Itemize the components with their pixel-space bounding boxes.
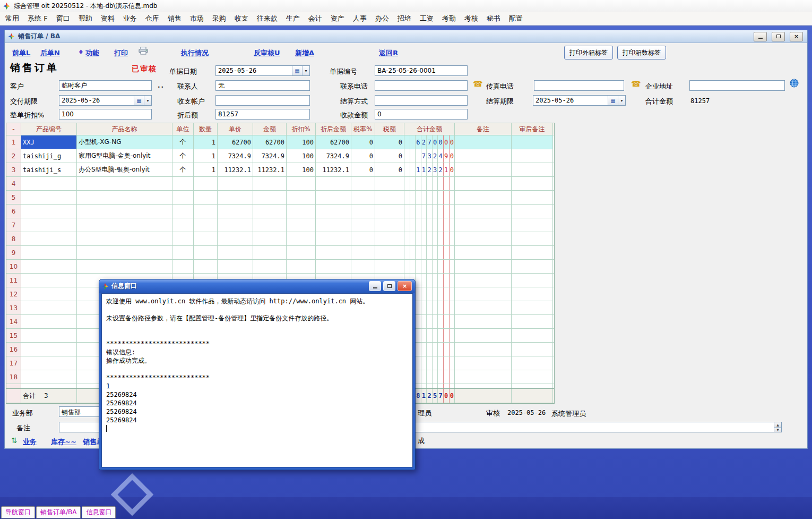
grid-cell[interactable]: 62700	[253, 135, 287, 149]
grid-cell[interactable]	[512, 260, 553, 273]
grid-cell[interactable]	[455, 356, 512, 370]
grid-cell[interactable]	[455, 177, 512, 190]
grid-cell[interactable]: 0	[351, 163, 375, 176]
grid-cell[interactable]	[375, 246, 404, 259]
grid-cell[interactable]	[21, 232, 77, 245]
grid-cell[interactable]: 个	[172, 149, 194, 163]
grid-cell[interactable]	[455, 149, 512, 163]
grid-cell[interactable]: 16	[6, 343, 21, 356]
grid-cell[interactable]	[218, 191, 253, 204]
menu-item[interactable]: 考核	[460, 12, 482, 25]
grid-cell[interactable]	[512, 356, 553, 370]
grid-cell[interactable]	[455, 343, 512, 356]
menu-item[interactable]: 市场	[186, 12, 208, 25]
table-row[interactable]: 10	[6, 260, 554, 274]
grid-cell[interactable]	[21, 301, 77, 314]
grid-cell[interactable]	[194, 177, 218, 190]
grid-cell[interactable]	[351, 177, 375, 190]
phone-input[interactable]	[375, 80, 468, 91]
grid-cell[interactable]	[512, 329, 553, 342]
grid-cell[interactable]	[351, 260, 375, 273]
grid-cell[interactable]: 1	[194, 149, 218, 163]
grid-cell[interactable]: 6	[6, 205, 21, 218]
grid-cell[interactable]	[172, 191, 194, 204]
table-row[interactable]: 7	[6, 218, 554, 232]
print-outer-box-label-button[interactable]: 打印外箱标签	[564, 46, 613, 59]
grid-cell[interactable]	[194, 246, 218, 259]
grid-cell[interactable]	[351, 246, 375, 259]
grid-cell[interactable]	[512, 343, 553, 356]
grid-cell[interactable]	[218, 177, 253, 190]
grid-cell[interactable]: 小型机-XG-NG	[77, 135, 172, 149]
grid-cell[interactable]	[375, 177, 404, 190]
grid-cell[interactable]	[287, 260, 316, 273]
grid-cell[interactable]	[218, 218, 253, 232]
chevron-down-icon[interactable]: ▾	[144, 96, 151, 105]
menu-item[interactable]: 配置	[505, 12, 527, 25]
grid-cell[interactable]	[512, 149, 553, 163]
grid-cell[interactable]	[21, 177, 77, 190]
grid-cell[interactable]: 1	[6, 135, 21, 149]
grid-cell[interactable]: 17	[6, 356, 21, 370]
deliver-date-picker[interactable]: 2025-05-26 ▦ ▾	[59, 95, 152, 106]
scroll-up-icon[interactable]: ▲	[774, 422, 781, 427]
grid-cell[interactable]: 5	[6, 191, 21, 204]
table-row[interactable]: 1XXJ小型机-XG-NG个16270062700100627000062700…	[6, 135, 554, 149]
grid-cell[interactable]: 个	[172, 135, 194, 149]
grid-cell[interactable]	[455, 274, 512, 287]
grid-cell[interactable]	[455, 191, 512, 204]
grid-cell[interactable]: 家用G型电脑-金奥-onlyit	[77, 149, 172, 163]
grid-cell[interactable]: 4	[6, 177, 21, 190]
grid-cell[interactable]: 100	[287, 135, 316, 149]
next-order-link[interactable]: 后单N	[40, 48, 60, 58]
grid-cell[interactable]	[512, 191, 553, 204]
grid-cell[interactable]	[194, 260, 218, 273]
grid-cell[interactable]	[194, 191, 218, 204]
received-input[interactable]	[375, 109, 468, 120]
grid-cell[interactable]: taishiji_g	[21, 149, 77, 163]
grid-cell[interactable]	[21, 260, 77, 273]
grid-cell[interactable]	[512, 205, 553, 218]
tab-inventory[interactable]: 库存~~	[51, 437, 76, 447]
note-scrollbar[interactable]: ▲▼	[774, 422, 781, 432]
grid-cell[interactable]	[77, 232, 172, 245]
settle-method-input[interactable]	[375, 95, 468, 106]
grid-cell[interactable]: 13	[6, 301, 21, 314]
grid-cell[interactable]: 0	[375, 149, 404, 163]
grid-cell[interactable]	[455, 232, 512, 245]
tab-business[interactable]: 业务	[23, 437, 37, 447]
grid-cell[interactable]	[21, 246, 77, 259]
grid-cell[interactable]	[21, 218, 77, 232]
customer-browse-dots[interactable]: ..	[158, 82, 165, 89]
fax-input[interactable]	[534, 80, 624, 91]
taskbar-tab[interactable]: 销售订单/BA	[36, 506, 81, 518]
grid-cell[interactable]	[253, 218, 287, 232]
menu-item[interactable]: 会计	[304, 12, 326, 25]
grid-cell[interactable]	[287, 205, 316, 218]
table-row[interactable]: 5	[6, 191, 554, 205]
chevron-down-icon[interactable]: ▾	[302, 66, 309, 75]
settle-term-picker[interactable]: 2025-05-26 ▦ ▾	[533, 95, 626, 106]
menu-item[interactable]: 资产	[326, 12, 349, 25]
grid-cell[interactable]	[512, 246, 553, 259]
grid-cell[interactable]: XXJ	[21, 135, 77, 149]
grid-cell[interactable]: 15	[6, 329, 21, 342]
grid-cell[interactable]	[77, 246, 172, 259]
menu-item[interactable]: 业务	[119, 12, 141, 25]
grid-cell[interactable]: 62700	[316, 135, 351, 149]
grid-cell[interactable]	[253, 177, 287, 190]
app-titlebar[interactable]: 综合管理 oit 20250512 - 本地-db\演示信息.mdb	[0, 0, 812, 12]
grid-cell[interactable]	[287, 191, 316, 204]
grid-cell[interactable]	[253, 205, 287, 218]
grid-cell[interactable]	[375, 260, 404, 273]
grid-cell[interactable]	[351, 232, 375, 245]
grid-cell[interactable]	[512, 177, 553, 190]
grid-cell[interactable]	[512, 218, 553, 232]
grid-cell[interactable]	[316, 246, 351, 259]
grid-cell[interactable]	[375, 191, 404, 204]
grid-cell[interactable]	[77, 191, 172, 204]
grid-cell[interactable]	[172, 205, 194, 218]
print-link[interactable]: 打印	[114, 48, 128, 58]
order-discount-input[interactable]	[59, 109, 152, 120]
grid-cell[interactable]	[455, 246, 512, 259]
